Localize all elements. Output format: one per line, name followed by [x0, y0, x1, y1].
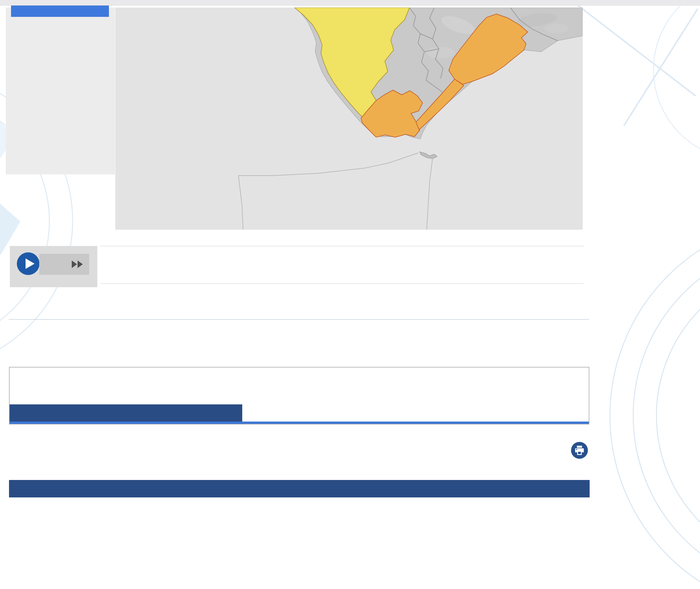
filter-sidebar: [6, 8, 115, 174]
speed-control: [39, 254, 89, 275]
animation-player: [10, 246, 97, 287]
print-button[interactable]: [571, 442, 588, 459]
timeline-accent-strip: [10, 421, 589, 424]
fast-forward-icon[interactable]: [71, 260, 84, 269]
warning-map[interactable]: [115, 8, 583, 230]
date-tab-strip: [100, 246, 584, 284]
map-labels: [115, 8, 583, 230]
warnings-table: [9, 480, 590, 498]
avisos-timeline: [9, 367, 589, 424]
divider: [9, 319, 589, 320]
table-caption: [9, 480, 590, 498]
day-label-bar: [10, 404, 242, 421]
top-band: [0, 0, 700, 6]
play-button[interactable]: [17, 252, 39, 275]
